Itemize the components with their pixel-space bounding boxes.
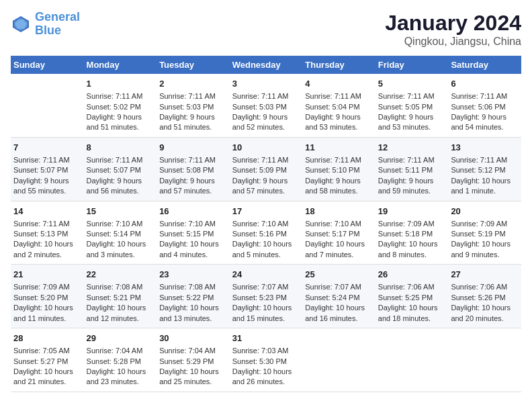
day-number: 2 — [159, 78, 227, 90]
day-number: 18 — [305, 205, 373, 218]
day-info: Sunrise: 7:04 AMSunset: 5:28 PMDaylight:… — [87, 346, 154, 387]
calendar-cell: 24Sunrise: 7:07 AMSunset: 5:23 PMDayligh… — [230, 265, 303, 328]
day-info: Sunrise: 7:11 AMSunset: 5:10 PMDaylight:… — [305, 155, 373, 197]
day-number: 7 — [13, 142, 81, 154]
day-info: Sunrise: 7:11 AMSunset: 5:08 PMDaylight:… — [159, 155, 227, 197]
calendar-cell: 23Sunrise: 7:08 AMSunset: 5:22 PMDayligh… — [157, 265, 230, 328]
calendar-cell: 7Sunrise: 7:11 AMSunset: 5:07 PMDaylight… — [11, 137, 84, 201]
calendar-week-row: 14Sunrise: 7:11 AMSunset: 5:13 PMDayligh… — [11, 201, 521, 265]
calendar-cell: 4Sunrise: 7:11 AMSunset: 5:04 PMDaylight… — [302, 74, 375, 137]
day-number: 21 — [13, 269, 81, 281]
day-number: 22 — [87, 269, 154, 281]
day-number: 19 — [378, 205, 446, 218]
day-info: Sunrise: 7:07 AMSunset: 5:24 PMDaylight:… — [305, 282, 373, 324]
day-info: Sunrise: 7:08 AMSunset: 5:22 PMDaylight:… — [159, 282, 227, 324]
day-info: Sunrise: 7:11 AMSunset: 5:07 PMDaylight:… — [13, 155, 81, 197]
calendar-cell: 28Sunrise: 7:05 AMSunset: 5:27 PMDayligh… — [11, 328, 84, 392]
calendar-cell: 29Sunrise: 7:04 AMSunset: 5:28 PMDayligh… — [84, 328, 157, 392]
calendar-cell — [448, 328, 521, 392]
day-info: Sunrise: 7:11 AMSunset: 5:03 PMDaylight:… — [159, 91, 227, 133]
day-info: Sunrise: 7:09 AMSunset: 5:20 PMDaylight:… — [13, 282, 81, 324]
day-info: Sunrise: 7:11 AMSunset: 5:12 PMDaylight:… — [451, 155, 519, 197]
day-info: Sunrise: 7:11 AMSunset: 5:03 PMDaylight:… — [232, 91, 300, 133]
calendar-table: SundayMondayTuesdayWednesdayThursdayFrid… — [11, 56, 521, 392]
day-number: 20 — [451, 205, 519, 218]
calendar-cell: 20Sunrise: 7:09 AMSunset: 5:19 PMDayligh… — [448, 201, 521, 265]
day-number: 3 — [232, 78, 300, 90]
day-info: Sunrise: 7:10 AMSunset: 5:17 PMDaylight:… — [305, 219, 373, 261]
day-number: 8 — [87, 142, 154, 154]
day-number: 28 — [13, 332, 81, 345]
day-info: Sunrise: 7:11 AMSunset: 5:04 PMDaylight:… — [305, 91, 373, 133]
calendar-cell: 22Sunrise: 7:08 AMSunset: 5:21 PMDayligh… — [84, 265, 157, 328]
day-number: 5 — [378, 78, 446, 90]
calendar-week-row: 21Sunrise: 7:09 AMSunset: 5:20 PMDayligh… — [11, 265, 521, 328]
day-number: 16 — [159, 205, 227, 218]
day-number: 27 — [451, 269, 519, 281]
day-info: Sunrise: 7:06 AMSunset: 5:25 PMDaylight:… — [378, 282, 446, 324]
calendar-cell: 17Sunrise: 7:10 AMSunset: 5:16 PMDayligh… — [230, 201, 303, 265]
calendar-cell: 12Sunrise: 7:11 AMSunset: 5:11 PMDayligh… — [375, 137, 449, 201]
calendar-cell — [11, 74, 84, 137]
day-number: 15 — [87, 205, 154, 218]
day-info: Sunrise: 7:06 AMSunset: 5:26 PMDaylight:… — [451, 282, 519, 324]
day-info: Sunrise: 7:11 AMSunset: 5:09 PMDaylight:… — [232, 155, 300, 197]
calendar-header-row: SundayMondayTuesdayWednesdayThursdayFrid… — [11, 56, 521, 74]
logo: General Blue — [11, 11, 80, 38]
calendar-cell: 9Sunrise: 7:11 AMSunset: 5:08 PMDaylight… — [157, 137, 230, 201]
calendar-cell: 6Sunrise: 7:11 AMSunset: 5:06 PMDaylight… — [448, 74, 521, 137]
header-sunday: Sunday — [11, 56, 84, 74]
calendar-cell: 30Sunrise: 7:04 AMSunset: 5:29 PMDayligh… — [157, 328, 230, 392]
day-info: Sunrise: 7:09 AMSunset: 5:19 PMDaylight:… — [451, 219, 519, 261]
calendar-cell: 19Sunrise: 7:09 AMSunset: 5:18 PMDayligh… — [375, 201, 449, 265]
header-tuesday: Tuesday — [157, 56, 230, 74]
calendar-cell: 8Sunrise: 7:11 AMSunset: 5:07 PMDaylight… — [84, 137, 157, 201]
calendar-cell: 18Sunrise: 7:10 AMSunset: 5:17 PMDayligh… — [302, 201, 375, 265]
day-info: Sunrise: 7:10 AMSunset: 5:14 PMDaylight:… — [87, 219, 154, 261]
day-number: 24 — [232, 269, 300, 281]
day-info: Sunrise: 7:04 AMSunset: 5:29 PMDaylight:… — [159, 346, 227, 387]
calendar-cell: 14Sunrise: 7:11 AMSunset: 5:13 PMDayligh… — [11, 201, 84, 265]
day-info: Sunrise: 7:11 AMSunset: 5:02 PMDaylight:… — [87, 91, 154, 133]
day-info: Sunrise: 7:03 AMSunset: 5:30 PMDaylight:… — [232, 346, 300, 387]
header-thursday: Thursday — [302, 56, 375, 74]
day-number: 11 — [305, 142, 373, 154]
calendar-cell: 16Sunrise: 7:10 AMSunset: 5:15 PMDayligh… — [157, 201, 230, 265]
day-number: 14 — [13, 205, 81, 218]
day-number: 23 — [159, 269, 227, 281]
logo-line1: General — [35, 10, 80, 24]
day-number: 4 — [305, 78, 373, 90]
header-saturday: Saturday — [448, 56, 521, 74]
calendar-cell: 13Sunrise: 7:11 AMSunset: 5:12 PMDayligh… — [448, 137, 521, 201]
day-number: 1 — [87, 78, 154, 90]
header-wednesday: Wednesday — [230, 56, 303, 74]
day-info: Sunrise: 7:07 AMSunset: 5:23 PMDaylight:… — [232, 282, 300, 324]
day-info: Sunrise: 7:11 AMSunset: 5:13 PMDaylight:… — [13, 219, 81, 261]
day-number: 31 — [232, 332, 300, 345]
day-number: 10 — [232, 142, 300, 154]
day-info: Sunrise: 7:10 AMSunset: 5:15 PMDaylight:… — [159, 219, 227, 261]
day-info: Sunrise: 7:09 AMSunset: 5:18 PMDaylight:… — [378, 219, 446, 261]
day-number: 17 — [232, 205, 300, 218]
day-info: Sunrise: 7:08 AMSunset: 5:21 PMDaylight:… — [87, 282, 154, 324]
logo-line2: Blue — [35, 24, 61, 37]
calendar-cell: 25Sunrise: 7:07 AMSunset: 5:24 PMDayligh… — [302, 265, 375, 328]
day-number: 30 — [159, 332, 227, 345]
day-info: Sunrise: 7:11 AMSunset: 5:11 PMDaylight:… — [378, 155, 446, 197]
calendar-cell: 11Sunrise: 7:11 AMSunset: 5:10 PMDayligh… — [302, 137, 375, 201]
calendar-week-row: 1Sunrise: 7:11 AMSunset: 5:02 PMDaylight… — [11, 74, 521, 137]
calendar-cell: 27Sunrise: 7:06 AMSunset: 5:26 PMDayligh… — [448, 265, 521, 328]
logo-icon — [11, 14, 31, 34]
calendar-cell: 21Sunrise: 7:09 AMSunset: 5:20 PMDayligh… — [11, 265, 84, 328]
day-number: 25 — [305, 269, 373, 281]
calendar-cell — [302, 328, 375, 392]
day-number: 29 — [87, 332, 154, 345]
header-monday: Monday — [84, 56, 157, 74]
page-header: General Blue January 2024 Qingkou, Jiang… — [11, 11, 521, 48]
day-info: Sunrise: 7:11 AMSunset: 5:05 PMDaylight:… — [378, 91, 446, 133]
day-number: 12 — [378, 142, 446, 154]
calendar-week-row: 28Sunrise: 7:05 AMSunset: 5:27 PMDayligh… — [11, 328, 521, 392]
calendar-subtitle: Qingkou, Jiangsu, China — [385, 36, 521, 48]
day-number: 6 — [451, 78, 519, 90]
calendar-cell: 2Sunrise: 7:11 AMSunset: 5:03 PMDaylight… — [157, 74, 230, 137]
